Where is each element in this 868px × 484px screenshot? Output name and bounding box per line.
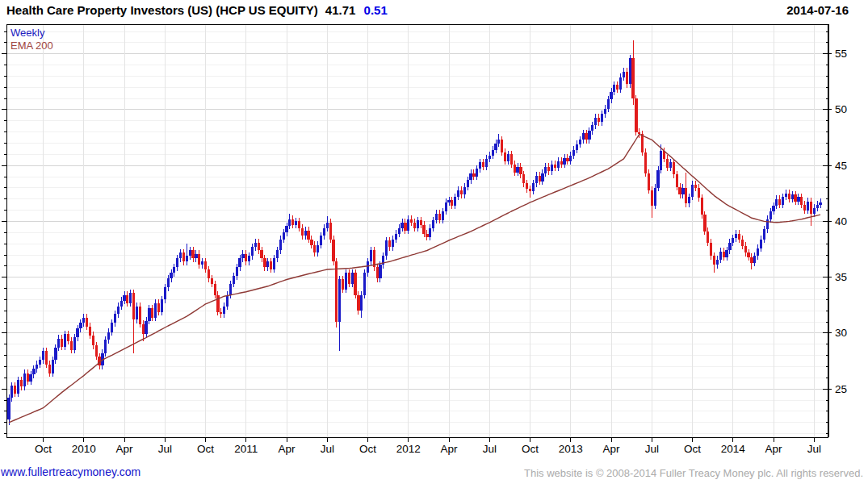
- candle-body: [129, 293, 132, 302]
- legend-ema-label: EMA 200: [10, 40, 53, 52]
- candle-body: [363, 273, 366, 295]
- candle-body: [457, 190, 459, 197]
- candle-body: [126, 295, 128, 303]
- candle-body: [167, 278, 170, 287]
- candle-body: [763, 229, 765, 239]
- x-axis-label: Oct: [197, 443, 214, 455]
- candle-body: [445, 202, 447, 211]
- candle-body: [479, 162, 481, 169]
- candle-body: [176, 258, 178, 267]
- candle-body: [57, 339, 60, 348]
- candle-body: [519, 167, 522, 175]
- candle-body: [422, 225, 425, 234]
- candle-body: [463, 187, 466, 195]
- candle-body: [214, 284, 216, 295]
- candle-body: [61, 339, 63, 347]
- candle-body: [460, 190, 463, 195]
- candle-body: [432, 220, 434, 228]
- candle-body: [98, 357, 100, 365]
- candle-body: [48, 365, 51, 373]
- candle-body: [579, 140, 581, 144]
- fullertreacymoney-link[interactable]: www.fullertreacymoney.com: [1, 465, 140, 478]
- candle-body: [320, 236, 322, 244]
- candle-body: [54, 348, 57, 360]
- x-axis-label: 2013: [559, 443, 583, 455]
- candle-body: [95, 345, 98, 357]
- candle-body: [400, 223, 403, 228]
- candle-body: [623, 72, 625, 77]
- candle-body: [760, 240, 762, 248]
- candle-body: [598, 118, 600, 123]
- candle-body: [576, 144, 578, 150]
- candle-body: [226, 295, 229, 307]
- candle-body: [104, 340, 107, 353]
- candle-body: [173, 267, 175, 273]
- candle-body: [248, 256, 250, 261]
- y-axis-label: 40: [835, 215, 847, 227]
- candle-body: [566, 158, 568, 161]
- candle-body: [145, 321, 147, 335]
- candle-body: [64, 334, 66, 346]
- candle-body: [613, 85, 615, 91]
- candle-body: [651, 190, 653, 206]
- candle-body: [435, 214, 438, 220]
- candle-body: [766, 219, 769, 229]
- candle-body: [654, 188, 656, 206]
- candle-body: [329, 223, 332, 240]
- x-axis-label: Jul: [321, 443, 334, 455]
- candle-body: [20, 380, 23, 386]
- candle-body: [236, 267, 238, 276]
- y-axis-label: 35: [835, 271, 847, 283]
- candle-body: [454, 197, 456, 206]
- candle-body: [610, 92, 612, 100]
- candle-body: [510, 154, 513, 164]
- candle-body: [813, 208, 816, 214]
- candle-body: [472, 173, 475, 177]
- candle-body: [591, 125, 593, 131]
- candle-body: [29, 374, 31, 381]
- candle-body: [532, 183, 535, 191]
- candle-body: [82, 318, 85, 323]
- x-axis-label: 2011: [234, 443, 258, 455]
- candle-body: [395, 234, 397, 240]
- candle-body: [492, 150, 494, 156]
- candle-body: [223, 307, 225, 315]
- candle-body: [357, 295, 359, 311]
- candle-body: [73, 337, 76, 349]
- candle-body: [10, 386, 13, 398]
- candle-body: [644, 152, 647, 173]
- candle-body: [398, 228, 400, 234]
- candle-body: [728, 243, 731, 251]
- candle-body: [379, 265, 381, 278]
- candle-body: [769, 211, 772, 219]
- candle-body: [263, 258, 266, 267]
- candle-body: [136, 307, 138, 320]
- candle-body: [276, 250, 279, 258]
- candle-body: [229, 284, 232, 295]
- candle-body: [807, 202, 809, 211]
- x-axis-label: 2012: [396, 443, 421, 455]
- candle-body: [535, 176, 538, 184]
- candle-body: [426, 234, 428, 237]
- candle-body: [52, 360, 54, 373]
- candle-body: [785, 194, 787, 197]
- x-axis-labels: Oct2010AprJulOct2011AprJulOct2012AprJulO…: [35, 443, 821, 455]
- chart-header: Health Care Property Investors (US) (HCP…: [6, 3, 388, 17]
- candle-body: [332, 240, 334, 262]
- y-axis-labels: 25303540455055: [835, 48, 847, 395]
- candle-body: [819, 202, 821, 205]
- candle-body: [120, 301, 123, 307]
- candle-body: [467, 180, 469, 186]
- instrument-name: Health Care Property Investors (US) (HCP…: [6, 3, 318, 17]
- candle-body: [295, 221, 297, 224]
- candle-body: [216, 295, 219, 312]
- candle-body: [451, 200, 453, 206]
- candle-body: [27, 373, 29, 382]
- y-axis-label: 55: [835, 48, 847, 60]
- candle-body: [544, 167, 547, 173]
- candle-body: [32, 369, 35, 374]
- candle-body: [494, 144, 497, 150]
- candle-body: [619, 77, 622, 90]
- candle-body: [775, 199, 778, 206]
- candle-body: [442, 211, 444, 220]
